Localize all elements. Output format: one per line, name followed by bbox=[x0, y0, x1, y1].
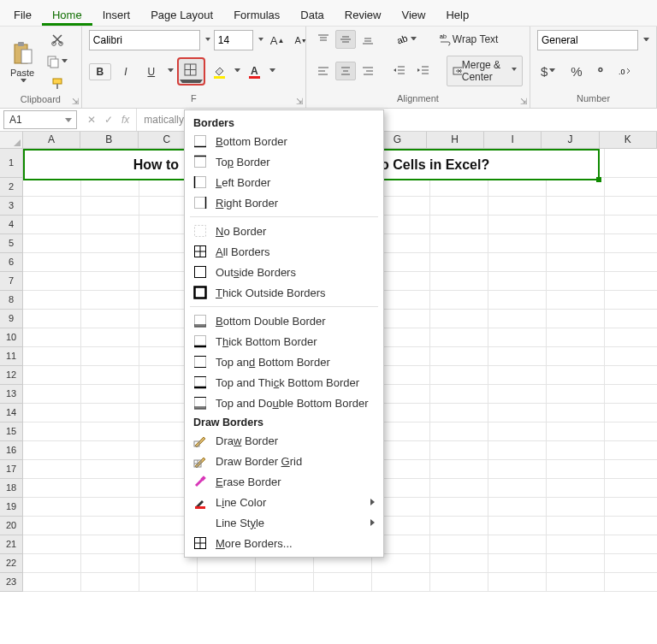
row-header-4[interactable]: 4 bbox=[0, 216, 23, 234]
menu-item[interactable]: Erase Border bbox=[185, 471, 383, 492]
menu-item[interactable]: Bottom Double Border bbox=[185, 310, 383, 331]
cell[interactable] bbox=[23, 479, 81, 498]
cell[interactable] bbox=[430, 366, 488, 385]
cell[interactable] bbox=[488, 441, 547, 460]
cell[interactable] bbox=[430, 291, 488, 310]
row-header-6[interactable]: 6 bbox=[0, 253, 23, 272]
cell[interactable] bbox=[23, 291, 81, 310]
row-header-3[interactable]: 3 bbox=[0, 197, 23, 216]
cell[interactable] bbox=[23, 385, 81, 404]
cell[interactable] bbox=[23, 573, 81, 592]
cell[interactable] bbox=[430, 328, 488, 347]
font-name-combo[interactable] bbox=[89, 30, 200, 50]
cell[interactable] bbox=[605, 149, 657, 178]
cell[interactable] bbox=[605, 234, 657, 253]
cell[interactable] bbox=[23, 178, 81, 197]
align-bottom-button[interactable] bbox=[358, 30, 378, 49]
cell[interactable] bbox=[81, 404, 139, 422]
cell[interactable] bbox=[605, 573, 657, 592]
cell[interactable] bbox=[605, 178, 657, 197]
menu-item[interactable]: Line Style bbox=[185, 512, 383, 533]
cell[interactable] bbox=[605, 535, 657, 554]
cell[interactable] bbox=[605, 460, 657, 479]
cell[interactable] bbox=[605, 385, 657, 404]
row-header-17[interactable]: 17 bbox=[0, 460, 23, 479]
cell[interactable] bbox=[81, 535, 139, 554]
cell[interactable] bbox=[547, 253, 605, 272]
cell[interactable] bbox=[23, 197, 81, 216]
row-header-10[interactable]: 10 bbox=[0, 328, 23, 347]
cell[interactable] bbox=[430, 310, 488, 328]
menu-item[interactable]: Draw Border Grid bbox=[185, 451, 383, 471]
cell[interactable] bbox=[547, 234, 605, 253]
row-header-8[interactable]: 8 bbox=[0, 291, 23, 310]
tab-help[interactable]: Help bbox=[435, 3, 479, 26]
cell[interactable] bbox=[488, 366, 547, 385]
menu-item[interactable]: Left Border bbox=[185, 172, 383, 192]
tab-home[interactable]: Home bbox=[42, 3, 92, 26]
menu-item[interactable]: More Borders... bbox=[185, 533, 383, 553]
col-header-K[interactable]: K bbox=[600, 132, 657, 149]
cell[interactable] bbox=[23, 422, 81, 441]
cell[interactable] bbox=[605, 197, 657, 216]
cell[interactable] bbox=[81, 385, 139, 404]
increase-decimal-button[interactable]: .0 bbox=[615, 63, 636, 80]
cell[interactable] bbox=[488, 554, 547, 573]
comma-format-button[interactable]: ᵒ bbox=[595, 62, 607, 82]
row-header-21[interactable]: 21 bbox=[0, 535, 23, 554]
cell[interactable] bbox=[81, 197, 139, 216]
cell[interactable] bbox=[23, 347, 81, 366]
bold-button[interactable]: B bbox=[89, 63, 111, 80]
cell[interactable] bbox=[81, 366, 139, 385]
col-header-H[interactable]: H bbox=[427, 132, 484, 149]
cell[interactable] bbox=[488, 498, 547, 517]
cell[interactable] bbox=[23, 272, 81, 291]
cell[interactable] bbox=[605, 498, 657, 517]
italic-button[interactable]: I bbox=[115, 63, 137, 80]
cut-button[interactable] bbox=[43, 30, 71, 49]
cell[interactable] bbox=[23, 328, 81, 347]
menu-item[interactable]: Top and Double Bottom Border bbox=[185, 393, 383, 413]
number-format-combo[interactable] bbox=[537, 30, 638, 50]
font-dialog-launcher[interactable]: ⇲ bbox=[296, 97, 303, 106]
cell[interactable] bbox=[81, 291, 139, 310]
cell[interactable] bbox=[547, 328, 605, 347]
fill-color-button[interactable] bbox=[209, 62, 229, 81]
menu-item[interactable]: Top and Bottom Border bbox=[185, 352, 383, 372]
cell[interactable] bbox=[547, 404, 605, 422]
cell[interactable] bbox=[605, 272, 657, 291]
row-header-15[interactable]: 15 bbox=[0, 422, 23, 441]
underline-button[interactable]: U bbox=[140, 63, 163, 80]
row-header-22[interactable]: 22 bbox=[0, 554, 23, 573]
cell[interactable] bbox=[547, 554, 605, 573]
cell[interactable] bbox=[605, 216, 657, 234]
menu-item[interactable]: No Border bbox=[185, 221, 383, 241]
cell[interactable] bbox=[605, 517, 657, 535]
cancel-formula-icon[interactable]: ✕ bbox=[87, 114, 96, 126]
decrease-indent-button[interactable] bbox=[389, 62, 410, 80]
tab-view[interactable]: View bbox=[391, 3, 435, 26]
cell[interactable] bbox=[81, 460, 139, 479]
cell[interactable] bbox=[605, 310, 657, 328]
cell[interactable] bbox=[430, 253, 488, 272]
row-header-5[interactable]: 5 bbox=[0, 234, 23, 253]
cell[interactable] bbox=[488, 178, 547, 197]
cell[interactable] bbox=[547, 272, 605, 291]
cell[interactable] bbox=[430, 460, 488, 479]
row-header-20[interactable]: 20 bbox=[0, 517, 23, 535]
format-painter-button[interactable] bbox=[43, 74, 71, 93]
cell[interactable] bbox=[547, 441, 605, 460]
menu-item[interactable]: Draw Border bbox=[185, 430, 383, 451]
cell[interactable] bbox=[81, 328, 139, 347]
cell[interactable] bbox=[605, 404, 657, 422]
cell[interactable] bbox=[430, 216, 488, 234]
tab-page-layout[interactable]: Page Layout bbox=[140, 3, 223, 26]
col-header-B[interactable]: B bbox=[80, 132, 138, 149]
row-header-16[interactable]: 16 bbox=[0, 441, 23, 460]
cell[interactable] bbox=[547, 385, 605, 404]
row-header-12[interactable]: 12 bbox=[0, 366, 23, 385]
cell[interactable] bbox=[488, 253, 547, 272]
cell[interactable] bbox=[430, 479, 488, 498]
name-box[interactable]: A1 bbox=[3, 110, 77, 129]
row-header-18[interactable]: 18 bbox=[0, 479, 23, 498]
